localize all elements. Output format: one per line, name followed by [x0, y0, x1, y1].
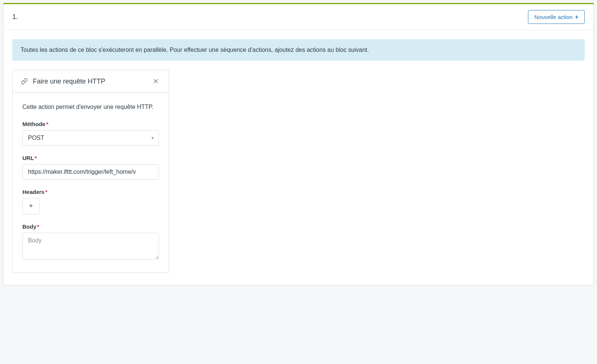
method-label: Méthode*	[22, 121, 159, 127]
url-input[interactable]	[22, 164, 159, 180]
body-label: Body*	[22, 223, 159, 230]
action-card-body: Cette action permet d'envoyer une requêt…	[13, 93, 169, 273]
method-select[interactable]	[22, 130, 159, 146]
url-field-group: URL*	[22, 155, 159, 180]
action-description: Cette action permet d'envoyer une requêt…	[22, 103, 159, 112]
step-number: 1.	[12, 13, 18, 21]
plus-icon: +	[575, 14, 578, 20]
url-label: URL*	[22, 155, 159, 161]
step-body: Toutes les actions de ce bloc s'exécuter…	[3, 30, 594, 285]
required-marker: *	[46, 121, 49, 127]
body-field-group: Body*	[22, 223, 159, 261]
new-action-button[interactable]: Nouvelle action +	[528, 10, 585, 24]
close-icon[interactable]: ✕	[151, 77, 160, 86]
action-card-header: Faire une requête HTTP ✕	[13, 70, 169, 93]
method-select-wrapper: ▾	[22, 130, 159, 146]
required-marker: *	[35, 155, 37, 161]
new-action-label: Nouvelle action	[534, 14, 573, 20]
required-marker: *	[45, 189, 47, 195]
action-card-title: Faire une requête HTTP	[33, 78, 146, 85]
method-field-group: Méthode* ▾	[22, 121, 159, 146]
http-request-action-card: Faire une requête HTTP ✕ Cette action pe…	[12, 70, 169, 273]
parallel-info-banner: Toutes les actions de ce bloc s'exécuter…	[12, 39, 585, 61]
headers-label: Headers*	[22, 189, 159, 195]
body-textarea[interactable]	[22, 233, 159, 260]
add-header-button[interactable]: +	[22, 198, 40, 214]
required-marker: *	[37, 223, 40, 230]
link-icon	[21, 78, 28, 85]
plus-icon: +	[29, 202, 33, 210]
workflow-step-panel: 1. Nouvelle action + Toutes les actions …	[3, 3, 594, 285]
step-header: 1. Nouvelle action +	[3, 4, 594, 30]
headers-field-group: Headers* +	[22, 189, 159, 214]
